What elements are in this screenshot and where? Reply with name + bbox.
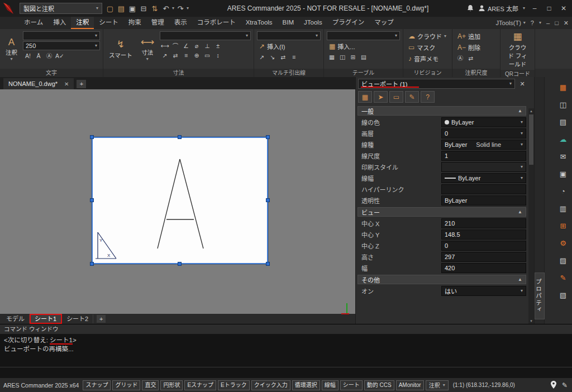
revision-cloud-button[interactable]: ☁ クラウド <box>406 31 449 41</box>
help-icon[interactable]: ? <box>421 91 435 103</box>
dimension-style-select[interactable] <box>160 31 251 40</box>
document-tab[interactable]: NONAME_0.dwg* ✕ <box>3 78 74 89</box>
grip-handle[interactable] <box>266 262 270 266</box>
sheet-tab-model[interactable]: モデル <box>2 314 30 323</box>
dock-edit-icon[interactable]: ✎ <box>557 272 569 283</box>
dim-tool-icon-4[interactable]: ⌀ <box>192 41 202 50</box>
line-color-select[interactable]: ByLayer <box>441 117 526 127</box>
voice-note-button[interactable]: ♪ 音声メモ <box>406 54 449 64</box>
text-tool-icon-3[interactable]: Ⓐ <box>44 51 54 60</box>
dock-settings-icon[interactable]: ⚙ <box>557 237 569 248</box>
view-height-field[interactable]: 297 <box>441 252 526 262</box>
section-general[interactable]: 一般 <box>358 106 526 116</box>
table-tool-icon-2[interactable]: ◫ <box>337 52 347 61</box>
grip-handle[interactable] <box>90 135 94 139</box>
center-z-field[interactable]: 0 <box>441 241 526 251</box>
tab-bim[interactable]: BIM <box>278 17 299 29</box>
dock-styles-icon[interactable]: ▥ <box>557 203 569 214</box>
grip-handle[interactable] <box>178 262 182 266</box>
table-tool-icon-1[interactable]: ▦ <box>327 52 337 61</box>
table-style-select[interactable] <box>327 31 400 40</box>
tab-collaborate[interactable]: コラボレート <box>192 17 241 29</box>
tab-xtratools[interactable]: XtraTools <box>241 17 278 29</box>
add-sheet-button[interactable]: + <box>97 315 106 323</box>
text-tool-icon-4[interactable]: A✓ <box>55 51 65 60</box>
tab-insert[interactable]: 挿入 <box>48 17 71 29</box>
toggle-quickinput[interactable]: クイック入力 <box>251 380 290 390</box>
edit-selection-icon[interactable]: ✎ <box>405 91 419 103</box>
ares-logo-icon[interactable] <box>0 0 17 17</box>
annotation-monitor-icon[interactable]: ✎ <box>562 381 568 389</box>
linetype-select[interactable]: ByLayer Solid line <box>441 140 526 150</box>
dock-hatch-icon[interactable]: ▧ <box>557 289 569 300</box>
transparency-field[interactable]: ByLayer <box>441 195 526 205</box>
dock-messages-icon[interactable]: ✉ <box>557 151 569 162</box>
scale-tool-icon-1[interactable]: Ⓐ <box>455 54 465 62</box>
center-x-field[interactable]: 210 <box>441 218 526 228</box>
viewport-on-select[interactable]: はい <box>441 286 526 296</box>
user-account-button[interactable]: ARES 太郎 <box>478 4 518 13</box>
toggle-grid[interactable]: グリッド <box>112 380 140 390</box>
tab-sheet[interactable]: シート <box>94 17 123 29</box>
toggle-sheet[interactable]: シート <box>340 380 363 390</box>
doc-restore-button[interactable]: □ <box>555 20 559 26</box>
grip-handle[interactable] <box>90 262 94 266</box>
new-document-button[interactable]: + <box>77 80 86 88</box>
sheet-tab-sheet2[interactable]: シート2 <box>62 314 93 323</box>
tab-home[interactable]: ホーム <box>19 17 48 29</box>
annotation-scale-dropdown[interactable]: 注釈 <box>426 380 449 390</box>
layer-select[interactable]: 0 <box>441 128 526 138</box>
toggle-amonitor[interactable]: AMonitor <box>396 380 424 390</box>
open-file-icon[interactable]: ▤ <box>116 3 126 14</box>
section-view[interactable]: ビュー <box>358 207 526 217</box>
command-input[interactable] <box>0 367 572 377</box>
dock-references-icon[interactable]: ◫ <box>557 99 569 110</box>
mleader-tool-icon-3[interactable]: ⇄ <box>278 52 288 61</box>
quick-select-icon[interactable]: ▭ <box>389 91 403 103</box>
geolocation-pin-icon[interactable] <box>551 381 556 390</box>
workspace-selector[interactable]: 製図と注釈 <box>20 3 102 14</box>
table-insert-button[interactable]: ▦ 挿入... <box>327 41 400 51</box>
print-icon[interactable]: ⊟ <box>139 3 149 14</box>
dim-tool-icon-7[interactable]: ↗ <box>160 51 170 59</box>
toggle-snap[interactable]: スナップ <box>83 380 111 390</box>
text-style-select[interactable] <box>23 31 100 40</box>
dock-notifications-icon[interactable]: ◔ <box>557 185 569 197</box>
dock-sheets-icon[interactable]: ▦ <box>557 82 569 93</box>
dock-resources-icon[interactable]: ⊞ <box>557 220 569 231</box>
user-menu-chevron-icon[interactable] <box>523 6 525 11</box>
ribbon-options-chevron-icon[interactable] <box>539 21 541 25</box>
smart-dimension-button[interactable]: ↯ スマート <box>106 31 135 68</box>
maximize-button[interactable]: □ <box>544 4 554 12</box>
panel-close-icon[interactable]: ✕ <box>518 80 527 88</box>
grip-handle[interactable] <box>90 198 94 202</box>
tab-constraints[interactable]: 拘束 <box>123 17 146 29</box>
dim-tool-icon-10[interactable]: ⊕ <box>192 51 202 59</box>
toggle-ortho[interactable]: 直交 <box>142 380 159 390</box>
redo-chevron-icon[interactable] <box>187 6 189 11</box>
help-button[interactable]: ? <box>531 20 534 26</box>
select-viewport-icon[interactable]: ▦ <box>358 91 372 103</box>
scale-remove-button[interactable]: A− 削除 <box>455 42 497 52</box>
dock-cloud-icon[interactable]: ☁ <box>557 133 569 145</box>
toggle-esnap[interactable]: Eスナップ <box>184 380 216 390</box>
text-tool-icon-1[interactable]: A! <box>23 51 33 60</box>
dim-tool-icon-1[interactable]: ⟷ <box>160 41 170 50</box>
lineweight-select[interactable]: ByLayer <box>441 173 526 183</box>
scale-tool-icon-2[interactable]: ⇄ <box>466 54 476 62</box>
grip-handle[interactable] <box>266 198 270 202</box>
entity-selector[interactable]: ビューポート (1) <box>358 79 515 89</box>
cloud-field-button[interactable]: ▦ クラウド フィールド <box>503 31 532 69</box>
toggle-lineweight[interactable]: 線幅 <box>322 380 339 390</box>
properties-palette-tab[interactable]: プロパティ <box>535 273 545 320</box>
toggle-polar[interactable]: 円形状 <box>160 380 183 390</box>
annotation-text-button[interactable]: A 注釈 <box>3 31 20 68</box>
dim-tool-icon-3[interactable]: ∠ <box>181 41 191 50</box>
scale-add-button[interactable]: A+ 追加 <box>455 31 497 41</box>
mleader-insert-button[interactable]: ↗ 挿入(I) <box>257 41 321 51</box>
doc-close-button[interactable]: ✕ <box>564 20 569 27</box>
redo-icon[interactable]: ↷ <box>175 3 185 14</box>
dock-layers-icon[interactable]: ▤ <box>557 116 569 127</box>
hyperlink-field[interactable] <box>441 184 526 194</box>
table-tool-icon-4[interactable]: ▤ <box>359 52 369 61</box>
